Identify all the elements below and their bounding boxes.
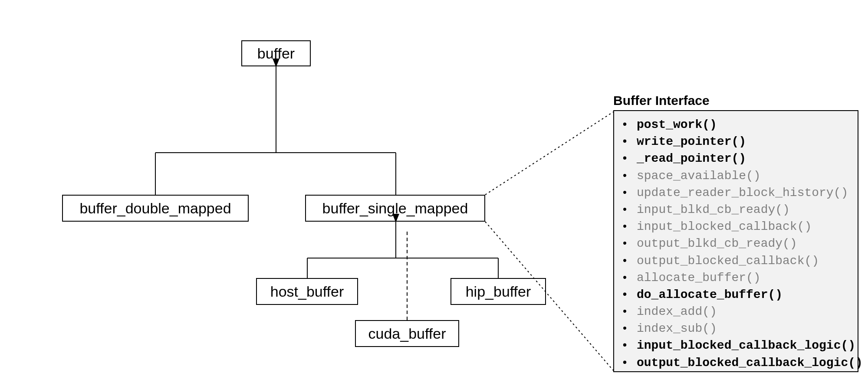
panel-item: write_pointer() <box>623 133 849 150</box>
panel-item: index_sub() <box>623 320 849 337</box>
node-buffer-label: buffer <box>257 45 295 62</box>
panel-list: post_work()write_pointer()_read_pointer(… <box>623 116 849 371</box>
node-cuda-buffer: cuda_buffer <box>355 320 459 347</box>
node-buffer-double-mapped: buffer_double_mapped <box>62 195 249 222</box>
panel-item: do_allocate_buffer() <box>623 286 849 303</box>
node-cuda-buffer-label: cuda_buffer <box>368 325 446 342</box>
node-hip-buffer-label: hip_buffer <box>466 283 531 300</box>
panel-item: space_available() <box>623 167 849 184</box>
panel-item: output_blocked_callback_logic() <box>623 354 849 371</box>
panel-item: input_blocked_callback() <box>623 218 849 235</box>
node-hip-buffer: hip_buffer <box>450 278 546 305</box>
panel-item: input_blocked_callback_logic() <box>623 337 849 354</box>
panel-item: output_blkd_cb_ready() <box>623 235 849 252</box>
panel-item: index_add() <box>623 303 849 320</box>
buffer-interface-panel: post_work()write_pointer()_read_pointer(… <box>613 110 858 372</box>
svg-line-12 <box>485 112 613 195</box>
panel-item: update_reader_block_history() <box>623 184 849 201</box>
node-buffer-single-mapped: buffer_single_mapped <box>305 195 485 222</box>
node-host-buffer-label: host_buffer <box>270 283 344 300</box>
panel-item: allocate_buffer() <box>623 269 849 286</box>
node-host-buffer: host_buffer <box>256 278 358 305</box>
panel-title: Buffer Interface <box>613 93 710 108</box>
panel-item: _read_pointer() <box>623 150 849 167</box>
panel-item: post_work() <box>623 116 849 133</box>
node-buffer-double-mapped-label: buffer_double_mapped <box>79 200 231 217</box>
node-buffer-single-mapped-label: buffer_single_mapped <box>322 200 468 217</box>
node-buffer: buffer <box>241 40 311 66</box>
panel-item: output_blocked_callback() <box>623 252 849 269</box>
panel-item: input_blkd_cb_ready() <box>623 201 849 218</box>
